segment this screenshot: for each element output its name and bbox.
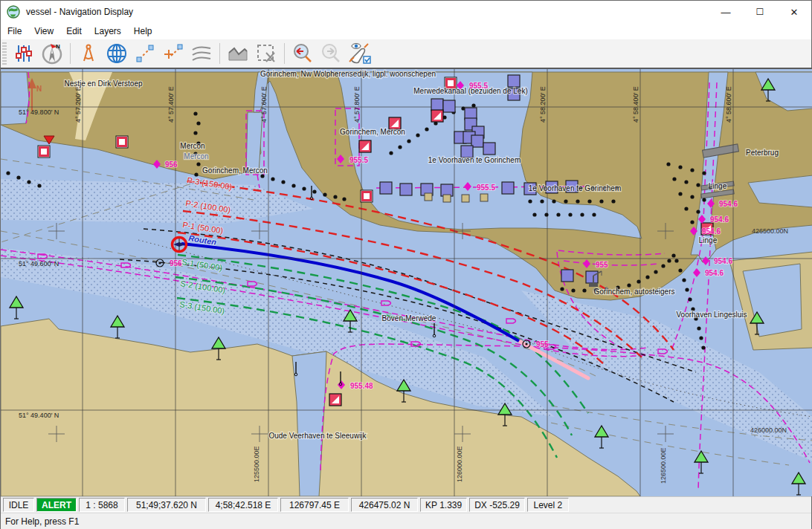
globe-projection-button[interactable]: [103, 41, 131, 66]
svg-text:N: N: [36, 85, 42, 93]
kp-label: 956: [170, 259, 182, 267]
berth-square-symbol: [400, 184, 412, 195]
status-longitude: 4;58;42.518 E: [208, 498, 278, 512]
kp-label: 955.5: [469, 82, 488, 90]
latitude-grid-label: 51° 49.400' N: [19, 412, 59, 419]
status-easting: 126797.45 E: [280, 498, 349, 512]
berth-square-symbol: [443, 100, 455, 112]
toolbar-grip[interactable]: [2, 42, 7, 65]
place-label: Mercon: [180, 142, 204, 150]
add-waypoint-line-button[interactable]: [159, 41, 187, 66]
rd-grid-label: 426000.00N: [750, 426, 787, 434]
kp-label: 954.6: [714, 257, 732, 265]
berth-square-symbol: [380, 182, 392, 194]
contour-layers-icon: [190, 42, 213, 65]
rd-grid-label: 126500.00E: [660, 447, 667, 484]
longitude-grid-label: 4° 57.600' E: [260, 86, 268, 123]
latitude-grid-label: 51° 49.800' N: [19, 108, 59, 116]
zoom-previous-icon: [291, 42, 315, 65]
toolbar: N: [1, 39, 811, 68]
kp-label: 954.6: [710, 215, 729, 224]
kp-label: 955.5: [349, 156, 368, 164]
display-settings-icon: [13, 42, 35, 65]
select-region-button[interactable]: [252, 41, 280, 66]
rd-grid-label: 125500.00E: [253, 446, 260, 482]
svg-text:N: N: [56, 43, 60, 50]
kp-label: 955.48: [350, 382, 373, 390]
status-latitude: 51;49;37.620 N: [127, 498, 206, 512]
nautical-chart[interactable]: N 4° 57.200' E4° 57.400' E4° 57.600' E4°…: [1, 68, 812, 496]
add-waypoint-line-icon: [162, 42, 184, 65]
place-label: Nestje en Dirk Verstoep: [64, 79, 142, 88]
own-vessel-marker[interactable]: [173, 238, 187, 252]
profile-chart-button[interactable]: [224, 41, 252, 66]
north-orientation-icon: N: [40, 42, 64, 65]
kp-label: 954.6: [702, 227, 721, 236]
kp-label: 954.6: [705, 269, 724, 277]
vessel-visibility-icon: [347, 42, 372, 65]
place-label: Linge: [699, 236, 718, 244]
berth-square-symbol: [508, 75, 520, 87]
close-button[interactable]: ✕: [777, 1, 811, 23]
kp-label: 955.5: [477, 184, 495, 192]
longitude-grid-label: 4° 57.200' E: [74, 86, 82, 123]
display-settings-button[interactable]: [10, 41, 38, 66]
menu-item-view[interactable]: View: [28, 24, 59, 39]
longitude-grid-label: 4° 58.400' E: [632, 86, 639, 123]
place-label: 1e Voorhaven te Gorinchem: [529, 184, 622, 192]
contour-layers-button[interactable]: [187, 41, 216, 66]
status-dx: DX -525.29: [469, 498, 525, 512]
berth-square-symbol: [561, 270, 573, 282]
place-label: Boven-Merwede: [382, 314, 436, 322]
menu-item-layers[interactable]: Layers: [88, 24, 127, 39]
menu-bar: FileViewEditLayersHelp: [1, 23, 811, 39]
place-label: Gorinchem, autosteigers: [594, 288, 675, 296]
place-label: Gorinchem, Mercon: [202, 166, 268, 175]
kp-label: 955: [596, 261, 608, 269]
kp-label: 955: [536, 340, 549, 348]
profile-chart-icon: [226, 42, 250, 65]
north-orientation-button[interactable]: N: [38, 41, 66, 66]
kp-label: 956: [165, 160, 178, 169]
status-alert: ALERT: [36, 498, 77, 512]
measure-dividers-icon: [77, 42, 100, 65]
status-kp: KP 1.339: [420, 498, 467, 512]
minimize-button[interactable]: —: [709, 1, 743, 23]
status-scale: 1 : 5868: [79, 498, 125, 512]
draw-line-button[interactable]: [131, 41, 159, 66]
longitude-grid-label: 4° 58.200' E: [539, 86, 547, 123]
maximize-button[interactable]: ☐: [743, 1, 777, 23]
help-text: For Help, press F1: [5, 516, 79, 527]
menu-item-help[interactable]: Help: [128, 24, 158, 39]
place-label: Gorinchem, Mercon: [340, 128, 405, 136]
zoom-next-icon: [319, 42, 343, 65]
status-level: Level 2: [527, 498, 569, 512]
menu-item-edit[interactable]: Edit: [60, 24, 88, 39]
longitude-grid-label: 4° 58.600' E: [725, 86, 732, 123]
place-label: Mercon: [184, 152, 208, 160]
help-bar: For Help, press F1: [1, 513, 811, 529]
toolbar-separator: [219, 43, 220, 64]
menu-item-file[interactable]: File: [1, 24, 28, 39]
place-label: 1e Voorhaven te Gorinchem: [428, 156, 521, 164]
zoom-previous-button[interactable]: [289, 41, 317, 66]
select-region-icon: [255, 42, 277, 65]
app-globe-icon: [7, 5, 20, 19]
place-label: Voorhaven Lingesluis: [676, 311, 747, 319]
app-window: vessel - Navigation Display — ☐ ✕ FileVi…: [0, 0, 812, 529]
title-bar: vessel - Navigation Display — ☐ ✕: [1, 1, 811, 23]
toolbar-separator: [284, 43, 285, 64]
berth-square-symbol: [586, 271, 598, 283]
berth-square-symbol: [483, 143, 495, 155]
status-mode: IDLE: [3, 498, 34, 512]
zoom-next-button: [317, 41, 345, 66]
globe-projection-icon: [105, 42, 129, 65]
vessel-visibility-button[interactable]: [345, 41, 373, 66]
place-label: Linge: [709, 182, 727, 190]
status-northing: 426475.02 N: [351, 498, 418, 512]
berth-square-symbol: [431, 99, 443, 111]
toolbar-separator: [70, 43, 71, 64]
measure-dividers-button[interactable]: [74, 41, 103, 66]
window-title: vessel - Navigation Display: [26, 7, 133, 17]
latitude-grid-label: 51° 49.600' N: [19, 260, 59, 267]
